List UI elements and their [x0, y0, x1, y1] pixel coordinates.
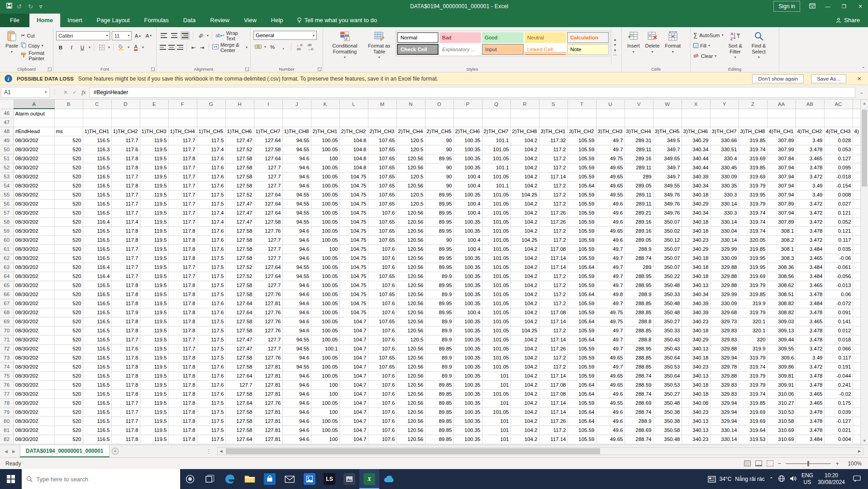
cell[interactable]: 288.74: [625, 371, 653, 380]
tray-chevron-icon[interactable]: ⌃: [769, 476, 773, 482]
cell[interactable]: 288.69: [625, 426, 653, 435]
cell[interactable]: 107.6: [368, 281, 396, 290]
cell[interactable]: [83, 109, 111, 118]
cell[interactable]: 49.55: [596, 190, 625, 199]
cell[interactable]: [254, 118, 282, 127]
cell[interactable]: 330.09: [710, 172, 739, 181]
cell[interactable]: 100.05: [311, 226, 339, 235]
cell[interactable]: 100.4: [453, 244, 482, 254]
cell[interactable]: 350.38: [653, 408, 682, 417]
cell[interactable]: 117.8: [111, 362, 140, 371]
cell[interactable]: 101.05: [482, 235, 510, 244]
cell[interactable]: 104.7: [339, 417, 368, 426]
cell[interactable]: 127.64: [254, 272, 282, 281]
cell[interactable]: 104.7: [339, 398, 368, 408]
cell[interactable]: 94.6: [282, 235, 311, 244]
cell[interactable]: [653, 109, 682, 118]
cell[interactable]: 117.5: [197, 344, 225, 353]
cell[interactable]: 127.58: [225, 290, 254, 299]
cell[interactable]: 116.5: [83, 335, 111, 344]
cell[interactable]: 104.7: [339, 362, 368, 371]
cell[interactable]: 117.6: [197, 172, 225, 181]
cell[interactable]: 104.2: [510, 199, 539, 208]
vertical-scrollbar[interactable]: ▲ ▼: [860, 100, 868, 445]
cell[interactable]: 350.48: [653, 398, 682, 408]
cell[interactable]: 49.7: [596, 145, 625, 154]
cell[interactable]: 289.11: [625, 163, 653, 172]
cell[interactable]: 104.75: [339, 208, 368, 217]
cell[interactable]: #EndHead: [14, 127, 54, 136]
horizontal-scrollbar[interactable]: ◀ ▶: [217, 447, 863, 455]
scroll-right-icon[interactable]: ▶: [856, 449, 863, 453]
cell[interactable]: 3.484: [796, 299, 824, 308]
cell[interactable]: 350.48: [653, 308, 682, 317]
cell[interactable]: 101.05: [482, 281, 510, 290]
cell[interactable]: 3.478: [796, 308, 824, 317]
cell[interactable]: 101.05: [482, 263, 510, 272]
cell[interactable]: 08/30/202: [14, 190, 54, 199]
cell[interactable]: 127.58: [225, 326, 254, 335]
cell[interactable]: 104.2: [510, 389, 539, 398]
cell[interactable]: [140, 118, 168, 127]
cell[interactable]: 288.9: [625, 417, 653, 426]
cell[interactable]: 104.2: [510, 254, 539, 263]
cell[interactable]: 101: [482, 380, 510, 389]
cell[interactable]: 309.86: [767, 362, 796, 371]
cell[interactable]: [653, 118, 682, 127]
row-header-54[interactable]: 54: [0, 181, 14, 190]
style-chip-bad[interactable]: Bad: [439, 32, 481, 43]
cell[interactable]: 127.64: [254, 154, 282, 163]
cell[interactable]: 120.56: [396, 371, 425, 380]
cell[interactable]: 3.472: [796, 217, 824, 226]
cell[interactable]: 117.8: [111, 326, 140, 335]
cell[interactable]: 117.2: [539, 181, 568, 190]
cell[interactable]: Alarm output: [14, 109, 54, 118]
cell[interactable]: 340.39: [682, 308, 710, 317]
cell[interactable]: 0.004: [824, 435, 853, 444]
cell[interactable]: 520: [54, 254, 83, 263]
cell[interactable]: 100.05: [311, 371, 339, 380]
cell[interactable]: 117.7: [111, 199, 140, 208]
cell[interactable]: 117.8: [168, 353, 197, 362]
cell[interactable]: 120.56: [396, 308, 425, 317]
cell[interactable]: 117.8: [111, 353, 140, 362]
tab-view[interactable]: View: [237, 14, 264, 27]
formula-input[interactable]: #BeginHeader: [90, 87, 855, 98]
cell[interactable]: 08/30/202: [14, 145, 54, 154]
cell[interactable]: 49.6: [596, 389, 625, 398]
cell[interactable]: 117.5: [197, 263, 225, 272]
cell[interactable]: 120.56: [396, 244, 425, 254]
cell[interactable]: 520: [54, 272, 83, 281]
cell[interactable]: 340.13: [682, 417, 710, 426]
cell[interactable]: 127.76: [254, 308, 282, 317]
cell[interactable]: 307.94: [767, 181, 796, 190]
cell[interactable]: 520: [54, 235, 83, 244]
collapse-ribbon-icon[interactable]: ⌃: [862, 66, 865, 71]
cell[interactable]: 49.65: [596, 380, 625, 389]
cell[interactable]: 117.32: [539, 136, 568, 145]
cell[interactable]: 117.8: [168, 362, 197, 371]
cell[interactable]: [482, 109, 510, 118]
cell[interactable]: 310.27: [767, 398, 796, 408]
row-header-76[interactable]: 76: [0, 380, 14, 389]
cell[interactable]: [796, 118, 824, 127]
cell[interactable]: [396, 109, 425, 118]
cell[interactable]: 117.5: [197, 136, 225, 145]
cloud-app-icon[interactable]: [379, 469, 399, 489]
cell[interactable]: 288.85: [625, 353, 653, 362]
cell[interactable]: 94.6: [282, 172, 311, 181]
scroll-up-icon[interactable]: ▲: [861, 100, 868, 107]
cell[interactable]: 119.5: [140, 417, 168, 426]
cell[interactable]: 3.478: [796, 426, 824, 435]
merge-center-button[interactable]: Merge & Center▾: [212, 43, 248, 52]
cell[interactable]: 117.8: [111, 290, 140, 299]
network-icon[interactable]: [778, 475, 785, 484]
cell[interactable]: [625, 118, 653, 127]
cell[interactable]: 127.81: [254, 380, 282, 389]
cell[interactable]: 104.2: [510, 263, 539, 272]
cell[interactable]: 100.05: [311, 163, 339, 172]
orientation-icon[interactable]: ab: [196, 31, 205, 40]
cell[interactable]: 100.05: [311, 299, 339, 308]
cell[interactable]: 105.59: [568, 426, 596, 435]
cell[interactable]: 116.4: [83, 263, 111, 272]
